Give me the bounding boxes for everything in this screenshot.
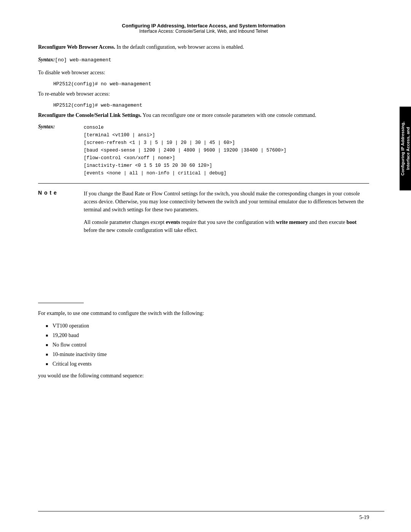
enable-web-text: To re-enable web browser access: <box>38 90 369 98</box>
console-syntax-params: console [terminal <vt100 | ansi>] [scree… <box>84 124 287 177</box>
note-paragraph-1: If you change the Baud Rate or Flow Cont… <box>84 190 369 214</box>
syntax-value-web: [no] web-management <box>55 57 111 63</box>
note-label-container: N o t e <box>38 184 84 303</box>
syntax-web-management: Syntax:[no] web-management <box>38 56 369 64</box>
footer-line <box>38 511 384 511</box>
console-param-inactivity: [inactivity-timer <0 1 5 10 15 20 30 60 … <box>84 163 212 168</box>
bold-events: events <box>166 219 180 225</box>
example-section: For example, to use one command to confi… <box>38 309 369 380</box>
bullet-item-baud-text: 19,200 baud <box>53 331 79 339</box>
side-tab: Configuring IP Addressing,Interface Acce… <box>400 107 411 190</box>
enable-web-code: HP2512(config)# web-management <box>53 102 369 108</box>
disable-web-text: To disable web browser access: <box>38 69 369 77</box>
syntax-label-console: Syntax: <box>38 124 76 130</box>
note-paragraph-2: All console parameter changes except eve… <box>84 218 369 234</box>
header-title: Configuring IP Addressing, Interface Acc… <box>38 23 369 29</box>
note-content: If you change the Baud Rate or Flow Cont… <box>84 184 369 239</box>
bullet-item-critical-log-text: Critical log events <box>53 360 92 368</box>
disable-web-code: HP2512(config)# no web-management <box>53 81 369 87</box>
note-section: N o t e If you change the Baud Rate or F… <box>38 183 369 303</box>
page-footer: 5-19 <box>0 511 411 521</box>
main-content: Configuring IP Addressing, Interface Acc… <box>38 23 384 380</box>
bullet-item-inactivity: 10-minute inactivity time <box>46 350 369 358</box>
console-param-baud: [baud <speed-sense | 1200 | 2400 | 4800 … <box>84 148 287 153</box>
bullet-list: VT100 operation 19,200 baud No flow cont… <box>46 322 369 368</box>
web-browser-section: Reconfigure Web Browser Access. In the d… <box>38 43 369 108</box>
console-param-terminal: [terminal <vt100 | ansi>] <box>84 133 155 138</box>
console-param-flow: [flow-control <xon/xoff | none>] <box>84 155 175 161</box>
header-subtitle: Interface Access: Console/Serial Link, W… <box>38 29 369 34</box>
bullet-item-critical-log: Critical log events <box>46 360 369 368</box>
bullet-item-baud: 19,200 baud <box>46 331 369 339</box>
console-keyword: console <box>84 125 104 130</box>
bullet-item-flow: No flow control <box>46 341 369 349</box>
bold-write-memory: write memory <box>276 219 308 225</box>
example-intro: For example, to use one command to confi… <box>38 309 369 317</box>
console-syntax-row: Syntax: console [terminal <vt100 | ansi>… <box>38 124 369 177</box>
console-section: Reconfigure the Console/Serial Link Sett… <box>38 111 369 177</box>
console-heading-para: Reconfigure the Console/Serial Link Sett… <box>38 111 369 119</box>
bullet-item-inactivity-text: 10-minute inactivity time <box>53 350 107 358</box>
console-param-screen: [screen-refresh <1 | 3 | 5 | 10 | 20 | 3… <box>84 140 235 145</box>
note-label: N o t e <box>38 184 57 196</box>
web-browser-heading: Reconfigure Web Browser Access. <box>38 44 115 50</box>
console-heading-suffix: You can reconfigure one or more console … <box>143 112 317 118</box>
console-heading: Reconfigure the Console/Serial Link Sett… <box>38 112 142 118</box>
page-container: Configuring IP Addressing,Interface Acce… <box>0 0 411 532</box>
page-number: 5-19 <box>38 514 384 521</box>
syntax-label-web: Syntax: <box>38 57 55 62</box>
web-browser-heading-para: Reconfigure Web Browser Access. In the d… <box>38 43 369 51</box>
console-param-events: [events <none | all | non-info | critica… <box>84 171 226 176</box>
web-browser-heading-suffix: In the default configuration, web browse… <box>116 44 244 50</box>
page-header: Configuring IP Addressing, Interface Acc… <box>38 23 369 34</box>
bold-boot: boot <box>346 219 356 225</box>
bullet-item-vt100: VT100 operation <box>46 322 369 330</box>
example-outro: you would use the following command sequ… <box>38 372 369 380</box>
bullet-item-vt100-text: VT100 operation <box>53 322 89 330</box>
bullet-item-flow-text: No flow control <box>53 341 86 349</box>
